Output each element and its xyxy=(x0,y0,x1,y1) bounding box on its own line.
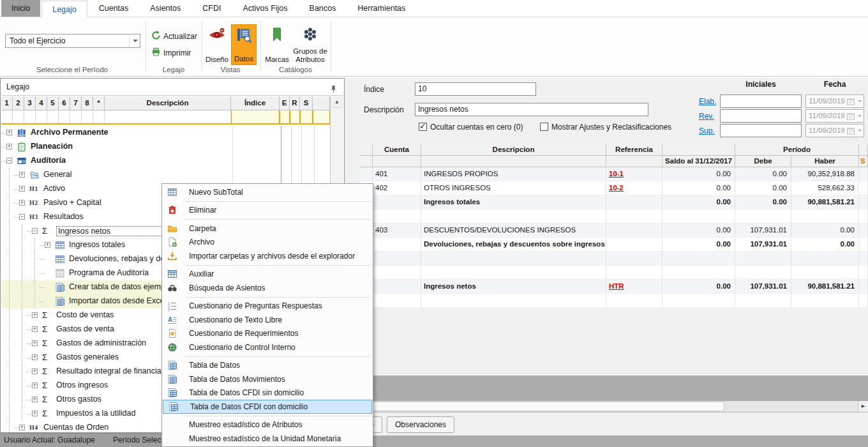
date-picker-rev[interactable]: 11/09/2019 xyxy=(805,109,864,123)
table-row-ingresos-netos[interactable]: Ingresos netosHTR0.00107,931.0190,881,58… xyxy=(360,280,868,294)
grid-column-header-2[interactable]: 2 xyxy=(13,96,24,110)
column-header-debe[interactable]: Debe xyxy=(735,156,791,167)
tab-asientos[interactable]: Asientos xyxy=(140,0,191,17)
chevron-down-icon[interactable] xyxy=(858,100,862,104)
menu-item-carpeta[interactable]: Carpeta xyxy=(162,222,373,236)
grid-column-header-5[interactable]: 5 xyxy=(47,96,59,110)
date-picker-elab[interactable]: 11/09/2019 xyxy=(805,95,864,108)
column-header-blank[interactable] xyxy=(606,156,662,167)
scrollbar-thumb[interactable] xyxy=(367,402,724,411)
tree-expand-icon[interactable]: + xyxy=(19,200,25,206)
menu-item-cuestionario-de-requerimientos[interactable]: Cuestionario de Requerimientos xyxy=(162,327,373,341)
column-header-saldo-al-31-12-2017[interactable]: Saldo al 31/12/2017 xyxy=(662,156,735,167)
mostrar-ajustes-checkbox[interactable] xyxy=(540,123,548,131)
grid-filter-cell[interactable] xyxy=(24,110,36,123)
menu-item-importar-carpetas-y-archivos-desde-el-explorador[interactable]: Importar carpetas y archivos desde el ex… xyxy=(162,249,373,263)
grid-filter-cell[interactable] xyxy=(70,110,82,123)
tree-expand-icon[interactable]: + xyxy=(32,340,38,346)
tab-herramientas[interactable]: Herramientas xyxy=(347,0,415,17)
menu-item-nuevo-subtotal[interactable]: Nuevo SubTotal xyxy=(162,185,373,199)
tree-expand-icon[interactable]: + xyxy=(19,186,25,192)
sign-link-rev[interactable]: Rev. xyxy=(699,112,714,121)
tab-cfdi[interactable]: CFDI xyxy=(192,0,231,17)
grid-column-header-blank[interactable]: * xyxy=(93,96,105,110)
column-header-descripcion[interactable]: Descripcion xyxy=(421,144,606,156)
chevron-down-icon[interactable] xyxy=(858,130,862,133)
column-header-blank[interactable] xyxy=(662,144,735,156)
tree-collapse-icon[interactable]: − xyxy=(32,228,38,234)
calendar-icon[interactable] xyxy=(847,97,855,109)
tree-expand-icon[interactable]: + xyxy=(32,326,38,332)
tree-expand-icon[interactable]: + xyxy=(6,130,12,135)
grid-filter-cell[interactable] xyxy=(36,110,47,123)
menu-item-busqueda-de-asientos[interactable]: Búsqueda de Asientos xyxy=(162,281,373,295)
table-row-empty-9[interactable] xyxy=(360,294,868,308)
column-header-periodo[interactable]: Período xyxy=(735,144,859,156)
column-header-blank[interactable] xyxy=(859,144,868,156)
scroll-up-arrow-icon[interactable]: ▲ xyxy=(331,96,343,108)
tab-bancos[interactable]: Bancos xyxy=(299,0,347,17)
menu-item-cuestionario-de-texto-libre[interactable]: ACuestionario de Texto Libre xyxy=(162,313,373,327)
table-row-devoluciones-rebajas-y-descuen[interactable]: Devoluciones, rebajas y descuentos sobre… xyxy=(360,238,868,252)
tree-collapse-icon[interactable]: − xyxy=(19,214,25,220)
grid-filter-cell[interactable] xyxy=(300,110,313,123)
menu-item-tabla-de-datos-movimientos[interactable]: Tabla de Datos Movimientos xyxy=(162,372,373,386)
sign-link-elab[interactable]: Elab. xyxy=(699,97,716,106)
grid-filter-cell[interactable] xyxy=(280,110,290,123)
grid-column-header-r[interactable]: R xyxy=(290,96,300,110)
tree-expand-icon[interactable]: + xyxy=(19,172,25,178)
tree-expand-icon[interactable]: + xyxy=(32,411,38,416)
table-row-401[interactable]: 401INGRESOS PROPIOS10-10.000.0090,352,91… xyxy=(360,167,868,181)
grupos-atributos-button[interactable]: Grupos de Atributos xyxy=(292,24,328,65)
menu-item-tabla-de-datos-cfdi-sin-domicilio[interactable]: Tabla de Datos CFDI sin domicilio xyxy=(162,386,373,400)
menu-item-cuestionario-de-preguntas-respuestas[interactable]: 123Cuestionario de Preguntas Respuestas xyxy=(162,299,373,314)
grid-filter-cell[interactable] xyxy=(1,110,13,123)
menu-item-muestreo-estadistico-de-la-unidad-monetaria[interactable]: Muestreo estadístico de la Unidad Moneta… xyxy=(162,432,373,446)
pin-icon[interactable] xyxy=(329,83,338,92)
tab-cuentas[interactable]: Cuentas xyxy=(89,0,139,17)
grid-column-header-s[interactable]: S xyxy=(300,96,313,110)
table-row-empty-7[interactable] xyxy=(360,266,868,280)
grid-column-header-e[interactable]: E xyxy=(280,96,290,110)
column-header-blank[interactable] xyxy=(360,156,373,167)
grid-filter-cell[interactable] xyxy=(59,110,70,123)
initials-input-rev[interactable] xyxy=(720,109,802,123)
grid-filter-cell[interactable] xyxy=(93,110,105,123)
column-header-blank[interactable] xyxy=(373,156,421,167)
descripcion-input[interactable]: Ingresos netos xyxy=(415,103,648,116)
column-header-cuenta[interactable]: Cuenta xyxy=(373,144,421,156)
menu-item-archivo[interactable]: Archivo xyxy=(162,236,373,250)
row-selector[interactable] xyxy=(360,167,373,181)
menu-item-cuestionario-de-control-interno[interactable]: Cuestionario de Control Interno xyxy=(162,340,373,354)
grid-filter-cell[interactable] xyxy=(313,110,330,123)
grid-column-header-8[interactable]: 8 xyxy=(82,96,93,110)
tree-expand-icon[interactable]: + xyxy=(32,368,38,374)
column-header-blank[interactable] xyxy=(360,144,373,156)
menu-item-auxiliar[interactable]: Auxiliar xyxy=(162,268,373,282)
grid-column-header-descripcion[interactable]: Descripción xyxy=(105,96,231,110)
table-row-empty-6[interactable] xyxy=(360,252,868,266)
menu-item-tabla-de-datos-cfdi-con-domicilio[interactable]: Tabla de Datos CFDI con domicilio xyxy=(163,400,372,414)
reference-link[interactable]: 10-1 xyxy=(606,170,624,178)
menu-item-muestreo-estadistico-de-atributos[interactable]: Muestreo estadístico de Atributos xyxy=(162,418,373,432)
grid-column-header-blank[interactable] xyxy=(313,96,330,110)
initials-input-elab[interactable] xyxy=(720,95,802,108)
tree-expand-icon[interactable]: + xyxy=(32,312,38,318)
reference-link[interactable]: 10-2 xyxy=(606,184,624,192)
grid-column-header-3[interactable]: 3 xyxy=(24,96,36,110)
ocultar-cuentas-checkbox[interactable] xyxy=(419,123,427,131)
tab-inicio[interactable]: Inicio xyxy=(1,0,40,17)
period-combobox[interactable]: Todo el Ejercicio xyxy=(5,34,140,48)
initials-input-sup[interactable] xyxy=(720,124,802,137)
imprimir-button[interactable]: Imprimir xyxy=(151,47,191,59)
column-header-blank[interactable] xyxy=(421,156,606,167)
tree-expand-icon[interactable]: + xyxy=(45,242,50,248)
diseno-button[interactable]: Diseño xyxy=(204,24,230,65)
grid-filter-cell[interactable] xyxy=(231,110,280,123)
grid-column-header-1[interactable]: 1 xyxy=(1,96,13,110)
tree-expand-icon[interactable]: + xyxy=(6,144,12,149)
tab-legajo[interactable]: Legajo xyxy=(41,1,87,17)
grid-filter-cell[interactable] xyxy=(13,110,24,123)
bottom-tab-observaciones[interactable]: Observaciones xyxy=(387,416,454,433)
grid-column-header-indice[interactable]: Índice xyxy=(231,96,280,110)
